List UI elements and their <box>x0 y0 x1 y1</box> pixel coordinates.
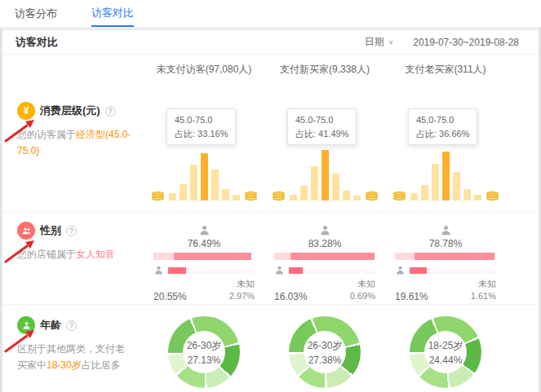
age-chart-old-buyers: 18-25岁 24.44% <box>385 305 506 392</box>
male-icon <box>395 265 406 275</box>
male-percentage: 19.61% <box>395 291 428 302</box>
gender-bar <box>274 253 375 260</box>
coins-icon <box>152 193 164 200</box>
female-icon <box>440 224 452 236</box>
date-picker[interactable]: 日期 ∨ 2019-07-30~2019-08-28 <box>365 35 519 49</box>
female-icon <box>319 224 331 236</box>
coins-icon <box>393 193 406 200</box>
bar-chart <box>290 150 361 200</box>
unknown-percentage: 1.61% <box>471 290 496 302</box>
row-age: 年龄 ? 区别于其他两类，支付老买家中18-30岁占比居多 26-30岁 27.… <box>2 304 539 392</box>
age-chart-unpaid: 26-30岁 27.13% <box>144 305 264 392</box>
row-title: 消费层级(元) <box>40 104 100 118</box>
unknown-percentage: 2.97% <box>229 290 255 302</box>
row-title: 性别 <box>40 223 61 238</box>
gender-chart-new-buyers: 83.28% 16.03% 未知0.69% <box>264 212 385 304</box>
bar-chart <box>410 150 481 200</box>
age-group-percentage: 27.13% <box>188 355 221 366</box>
male-bar <box>410 267 496 274</box>
column-header-unpaid: 未支付访客(97,080人) <box>144 63 264 77</box>
tab-visitor-distribution[interactable]: 访客分布 <box>15 0 57 27</box>
male-percentage: 20.55% <box>153 291 187 302</box>
female-icon <box>198 224 211 236</box>
top-tab-bar: 访客分布 访客对比 <box>0 0 541 28</box>
help-icon[interactable]: ? <box>66 320 77 331</box>
unknown-label: 未知 <box>478 278 496 290</box>
date-label: 日期 <box>365 35 384 49</box>
row-consumption-level: ¥ 消费层级(元) ? 您的访客属于经济型(45.0-75.0) 45.0-75… <box>2 84 539 211</box>
chart-tooltip: 45.0-75.0 占比: 33.16% <box>166 108 236 145</box>
chevron-down-icon: ∨ <box>388 39 394 46</box>
gender-bar <box>153 253 255 260</box>
date-range[interactable]: 2019-07-30~2019-08-28 <box>413 37 519 48</box>
row-gender: 性别 ? 您的店铺属于女人知音 76.49% 20.55% <box>2 211 539 304</box>
help-icon[interactable]: ? <box>66 226 77 236</box>
coins-icon <box>366 193 378 200</box>
help-icon[interactable]: ? <box>105 106 116 117</box>
chart-tooltip: 45.0-75.0 占比: 41.49% <box>287 108 357 145</box>
consumption-chart-old-buyers: 45.0-75.0 占比: 36.66% <box>385 84 506 211</box>
male-icon <box>153 265 164 275</box>
panel-header: 访客对比 日期 ∨ 2019-07-30~2019-08-28 <box>2 30 539 55</box>
male-bar <box>168 267 255 274</box>
unknown-percentage: 0.69% <box>350 290 375 302</box>
tab-visitor-comparison[interactable]: 访客对比 <box>91 0 134 27</box>
chart-tooltip: 45.0-75.0 占比: 36.66% <box>408 108 477 145</box>
unknown-label: 未知 <box>357 278 375 290</box>
gender-bar <box>395 253 496 260</box>
female-percentage: 83.28% <box>308 238 342 249</box>
bar-chart <box>169 150 240 200</box>
age-donut-chart: 26-30岁 27.13% <box>168 316 240 388</box>
visitor-comparison-panel: 访客对比 日期 ∨ 2019-07-30~2019-08-28 未支付访客(97… <box>2 29 539 392</box>
panel-title: 访客对比 <box>16 35 58 50</box>
age-chart-new-buyers: 26-30岁 27.38% <box>264 305 385 392</box>
age-group-percentage: 27.38% <box>308 355 342 366</box>
female-percentage: 78.78% <box>429 238 463 249</box>
consumption-chart-new-buyers: 45.0-75.0 占比: 41.49% <box>264 84 385 211</box>
consumption-chart-unpaid: 45.0-75.0 占比: 33.16% <box>144 84 264 211</box>
row-title: 年龄 <box>40 318 61 333</box>
age-group-percentage: 24.44% <box>429 355 463 366</box>
coins-icon <box>486 193 499 200</box>
coins-icon <box>245 193 257 200</box>
annotation-arrow <box>2 235 41 267</box>
unknown-label: 未知 <box>237 278 255 290</box>
annotation-arrow <box>2 114 41 147</box>
age-donut-chart: 26-30岁 27.38% <box>289 316 361 388</box>
coins-icon <box>273 193 285 200</box>
age-donut-chart: 18-25岁 24.44% <box>410 316 481 388</box>
female-percentage: 76.49% <box>188 238 221 249</box>
column-header-new-buyers: 支付新买家(9,338人) <box>264 63 385 77</box>
male-icon <box>274 265 285 275</box>
male-bar <box>289 267 375 274</box>
gender-chart-unpaid: 76.49% 20.55% 未知2.97% <box>144 212 264 304</box>
column-header-old-buyers: 支付老买家(311人) <box>385 63 506 77</box>
age-group-label: 18-25岁 <box>428 339 463 353</box>
age-group-label: 26-30岁 <box>187 339 222 353</box>
column-headers: 未支付访客(97,080人) 支付新买家(9,338人) 支付老买家(311人) <box>2 55 539 84</box>
male-percentage: 16.03% <box>274 291 308 302</box>
annotation-arrow <box>2 324 41 357</box>
gender-chart-old-buyers: 78.78% 19.61% 未知1.61% <box>385 212 506 304</box>
age-group-label: 26-30岁 <box>308 339 343 353</box>
